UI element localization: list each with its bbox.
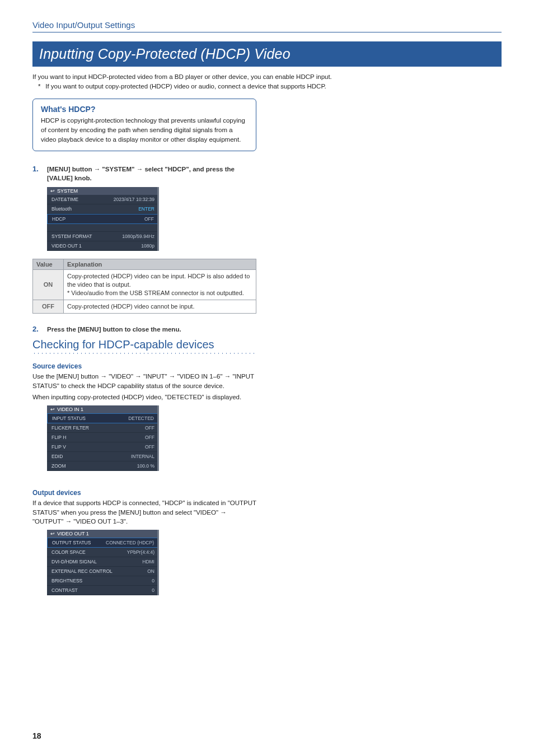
back-arrow-icon: ↩ [50,531,55,536]
step-2: 2. Press the [MENU] button to close the … [32,325,256,334]
menu-row-value: 100.0 % [137,463,154,469]
menu-row: FLIP HOFF [47,433,159,442]
page-number: 18 [32,731,41,740]
menu-row: COLOR SPACEYPbPr(4:4:4) [47,548,159,557]
menu-row-label: INPUT STATUS [52,416,86,421]
step-1-number: 1. [32,165,41,183]
menu-row-value: OFF [145,425,154,431]
menu-row-label: EXTERNAL REC CONTROL [51,568,113,574]
video-out-menu-screenshot: ↩ VIDEO OUT 1 OUTPUT STATUSCONNECTED (HD… [47,530,159,595]
menu-row: INPUT STATUSDETECTED [47,413,159,423]
menu-row: DATE&TIME2023/4/17 10:32:39 [47,195,159,204]
menu-row-label: DVI-D/HDMI SIGNAL [51,559,97,564]
menu-row-label: ZOOM [51,463,66,469]
menu-row: ZOOM100.0 % [47,461,159,471]
menu-row-label: COLOR SPACE [51,549,86,555]
menu-row: HDCPOFF [47,214,159,224]
menu-row-label: CONTRAST [51,587,78,593]
output-p1: If a device that supports HDCP is connec… [32,498,256,526]
value-cell: ON [33,270,64,300]
menu-titlebar: ↩ VIDEO OUT 1 [47,530,159,538]
callout-title: What's HDCP? [41,105,248,114]
value-cell: OFF [33,300,64,313]
menu-row: BluetoothENTER [47,204,159,214]
hdcp-callout: What's HDCP? HDCP is copyright-protectio… [32,99,256,151]
menu-row-value: CONNECTED (HDCP) [106,540,154,545]
step-1-text: [MENU] button → "SYSTEM" → select "HDCP"… [47,165,256,183]
breadcrumb: Video Input/Output Settings [32,20,502,32]
menu-row-label: OUTPUT STATUS [52,540,91,545]
menu-row-value: ENTER [138,206,154,212]
menu-row: CONTRAST0 [47,586,159,595]
step-2-text: Press the [MENU] button to close the men… [47,325,181,334]
menu-row-value: DETECTED [128,416,154,421]
step-2-number: 2. [32,325,41,334]
menu-row-value: OFF [144,216,154,222]
menu-row: VIDEO OUT 11080p [47,241,159,251]
menu-row-value: 1080p/59.94Hz [122,234,154,239]
source-devices-heading: Source devices [32,362,502,370]
menu-row: OUTPUT STATUSCONNECTED (HDCP) [47,538,159,548]
divider-dots [32,352,256,354]
menu-row: EDIDINTERNAL [47,452,159,461]
menu-row-value: INTERNAL [131,454,154,459]
menu-row-value: YPbPr(4:4:4) [127,549,154,555]
table-row: ONCopy-protected (HDCP) video can be inp… [33,270,256,300]
menu-row-value: ON [147,568,154,574]
menu-titlebar: ↩ VIDEO IN 1 [47,405,159,413]
back-arrow-icon: ↩ [50,188,55,194]
menu-row: SYSTEM FORMAT1080p/59.94Hz [47,232,159,241]
source-p2: When inputting copy-protected (HDCP) vid… [32,393,256,402]
explanation-cell: Copy-protected (HDCP) video cannot be in… [64,300,256,313]
menu-row-value: 1080p [141,243,154,249]
source-p1: Use the [MENU] button → "VIDEO" → "INPUT… [32,372,256,390]
menu-row-label: EDID [51,454,63,459]
menu-row-label: FLIP H [51,435,66,440]
step-1: 1. [MENU] button → "SYSTEM" → select "HD… [32,165,256,183]
explanation-cell: Copy-protected (HDCP) video can be input… [64,270,256,300]
menu-title: VIDEO OUT 1 [57,531,89,536]
menu-row-value: 0 [152,578,154,584]
menu-titlebar: ↩ SYSTEM [47,187,159,195]
value-header: Value [33,259,64,270]
menu-row-label: SYSTEM FORMAT [51,234,92,239]
menu-title: SYSTEM [57,188,78,194]
menu-row-label: VIDEO OUT 1 [51,243,82,249]
intro-note-text: If you want to output copy-protected (HD… [45,83,326,90]
menu-row-label: Bluetooth [51,206,72,212]
explanation-header: Explanation [64,259,256,270]
menu-row-value: OFF [145,435,154,440]
video-in-menu-screenshot: ↩ VIDEO IN 1 INPUT STATUSDETECTEDFLICKER… [47,405,159,471]
menu-row-value: 0 [152,587,154,593]
output-devices-heading: Output devices [32,489,502,497]
menu-row: EXTERNAL REC CONTROLON [47,567,159,576]
menu-row-label: BRIGHTNESS [51,578,82,584]
system-menu-screenshot: ↩ SYSTEM DATE&TIME2023/4/17 10:32:39Blue… [47,187,159,251]
menu-title: VIDEO IN 1 [57,407,83,412]
asterisk-icon: * [38,83,44,90]
page-title: Inputting Copy-Protected (HDCP) Video [32,41,502,67]
subheading: Checking for HDCP-capable devices [32,338,502,351]
menu-row-value: 2023/4/17 10:32:39 [114,197,154,202]
menu-row-value: HDMI [142,559,154,564]
intro-line: If you want to input HDCP-protected vide… [32,72,502,82]
menu-row-label: FLICKER FILTER [51,425,89,431]
callout-body: HDCP is copyright-protection technology … [41,116,248,144]
menu-row-label: HDCP [52,216,65,222]
menu-row: FLICKER FILTEROFF [47,423,159,433]
menu-row-label: FLIP V [51,444,66,450]
menu-row: BRIGHTNESS0 [47,576,159,586]
menu-row: DVI-D/HDMI SIGNALHDMI [47,557,159,567]
table-row: OFFCopy-protected (HDCP) video cannot be… [33,300,256,313]
intro-note: * If you want to output copy-protected (… [38,83,502,90]
menu-row: FLIP VOFF [47,442,159,452]
menu-row-value: OFF [145,444,154,450]
back-arrow-icon: ↩ [50,407,55,412]
value-table: Value Explanation ONCopy-protected (HDCP… [32,259,256,313]
menu-row-label: DATE&TIME [51,197,78,202]
